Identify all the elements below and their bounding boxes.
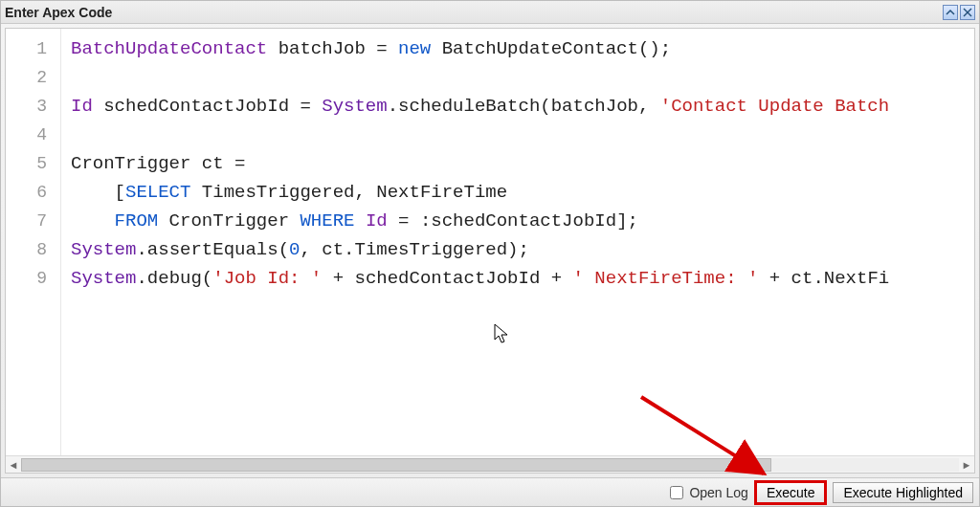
panel-title: Enter Apex Code <box>5 5 112 20</box>
horizontal-scrollbar[interactable]: ◄ ► <box>6 455 974 473</box>
line-gutter: 1 2 3 4 5 6 7 8 9 <box>6 29 61 455</box>
line-number: 7 <box>6 207 60 235</box>
scrollbar-thumb[interactable] <box>21 458 771 472</box>
line-number: 2 <box>6 63 60 92</box>
code-text[interactable]: BatchUpdateContact batchJob = new BatchU… <box>61 29 974 455</box>
footer-bar: Open Log Execute Execute Highlighted <box>1 477 979 506</box>
execute-button[interactable]: Execute <box>756 482 826 503</box>
code-editor[interactable]: 1 2 3 4 5 6 7 8 9 BatchUpdateContact bat… <box>5 28 975 474</box>
scroll-left-icon[interactable]: ◄ <box>6 457 21 473</box>
line-number: 8 <box>6 235 60 264</box>
window-buttons <box>943 5 975 20</box>
scrollbar-track[interactable] <box>21 458 959 472</box>
close-icon[interactable] <box>960 5 975 20</box>
scroll-right-icon[interactable]: ► <box>959 457 974 473</box>
line-number: 4 <box>6 121 60 149</box>
line-number: 6 <box>6 178 60 207</box>
execute-highlighted-button[interactable]: Execute Highlighted <box>833 482 973 503</box>
open-log-label: Open Log <box>689 485 748 500</box>
open-log-input[interactable] <box>670 486 683 499</box>
titlebar: Enter Apex Code <box>1 1 979 24</box>
line-number: 1 <box>6 34 60 63</box>
open-log-checkbox[interactable]: Open Log <box>670 485 748 500</box>
apex-code-panel: Enter Apex Code 1 2 3 4 5 6 7 8 9 BatchU <box>0 0 980 507</box>
line-number: 9 <box>6 264 60 293</box>
line-number: 5 <box>6 149 60 178</box>
line-number: 3 <box>6 92 60 121</box>
collapse-icon[interactable] <box>943 5 958 20</box>
